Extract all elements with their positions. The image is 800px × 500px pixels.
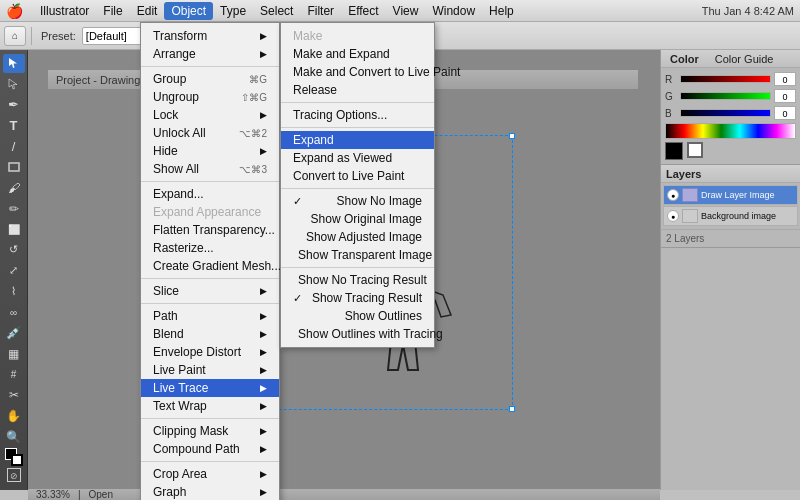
color-guide-tab[interactable]: Color Guide <box>711 52 778 66</box>
menu-blend[interactable]: Blend ▶ <box>141 325 279 343</box>
menu-gradient-mesh[interactable]: Create Gradient Mesh... <box>141 257 279 275</box>
menu-live-trace[interactable]: Live Trace ▶ <box>141 379 279 397</box>
menu-lock[interactable]: Lock ▶ <box>141 106 279 124</box>
menu-rasterize[interactable]: Rasterize... <box>141 239 279 257</box>
none-icon[interactable]: ⊘ <box>7 468 21 482</box>
menu-compound-path[interactable]: Compound Path ▶ <box>141 440 279 458</box>
tool-paintbrush[interactable]: 🖌 <box>3 178 25 197</box>
live-trace-expand-as-viewed[interactable]: Expand as Viewed <box>281 149 434 167</box>
menu-illustrator[interactable]: Illustrator <box>33 2 96 20</box>
menu-help[interactable]: Help <box>482 2 521 20</box>
tool-blend[interactable]: ∞ <box>3 303 25 322</box>
live-trace-expand-selected[interactable]: Expand <box>281 131 434 149</box>
tool-gradient[interactable]: ▦ <box>3 344 25 363</box>
b-slider[interactable] <box>680 109 771 117</box>
text-wrap-arrow: ▶ <box>260 401 267 411</box>
menu-edit[interactable]: Edit <box>130 2 165 20</box>
menu-window[interactable]: Window <box>425 2 482 20</box>
color-panel-titlebar[interactable]: Color Color Guide <box>661 50 800 68</box>
menu-select[interactable]: Select <box>253 2 300 20</box>
tool-type[interactable]: T <box>3 116 25 135</box>
menu-flatten-transparency[interactable]: Flatten Transparency... <box>141 221 279 239</box>
menu-show-all[interactable]: Show All ⌥⌘3 <box>141 160 279 178</box>
tool-direct-select[interactable] <box>3 75 25 94</box>
toolbar-home-btn[interactable]: ⌂ <box>4 26 26 46</box>
tool-hand[interactable]: ✋ <box>3 406 25 425</box>
live-trace-show-tracing-result[interactable]: ✓ Show Tracing Result <box>281 289 434 307</box>
r-value[interactable]: 0 <box>774 72 796 86</box>
stroke-color-swatch[interactable] <box>687 142 703 158</box>
menu-slice[interactable]: Slice ▶ <box>141 282 279 300</box>
tool-eraser[interactable]: ⬜ <box>3 220 25 239</box>
tool-rect[interactable] <box>3 158 25 177</box>
tool-line[interactable]: / <box>3 137 25 156</box>
lt-sep1 <box>281 102 434 103</box>
tool-pen[interactable]: ✒ <box>3 95 25 114</box>
menu-clipping-mask[interactable]: Clipping Mask ▶ <box>141 422 279 440</box>
tool-zoom[interactable]: 🔍 <box>3 427 25 446</box>
menu-envelope-distort[interactable]: Envelope Distort ▶ <box>141 343 279 361</box>
b-value[interactable]: 0 <box>774 106 796 120</box>
menu-transform[interactable]: Transform ▶ <box>141 27 279 45</box>
tool-rotate[interactable]: ↺ <box>3 241 25 260</box>
g-value[interactable]: 0 <box>774 89 796 103</box>
menu-path[interactable]: Path ▶ <box>141 307 279 325</box>
menu-view[interactable]: View <box>386 2 426 20</box>
live-trace-options[interactable]: Tracing Options... <box>281 106 434 124</box>
tool-scissors[interactable]: ✂ <box>3 386 25 405</box>
menu-graph[interactable]: Graph ▶ <box>141 483 279 500</box>
live-trace-show-outlines[interactable]: Show Outlines <box>281 307 434 325</box>
live-trace-show-outlines-with-tracing[interactable]: Show Outlines with Tracing <box>281 325 434 343</box>
layer-eye-draw[interactable]: ● <box>667 189 679 201</box>
live-trace-show-transparent[interactable]: Show Transparent Image <box>281 246 434 264</box>
ungroup-shortcut: ⇧⌘G <box>241 92 267 103</box>
fill-color-swatch[interactable] <box>665 142 683 160</box>
tool-pencil[interactable]: ✏ <box>3 199 25 218</box>
menu-text-wrap[interactable]: Text Wrap ▶ <box>141 397 279 415</box>
color-spectrum[interactable] <box>665 123 796 139</box>
color-row-g: G 0 <box>665 89 796 103</box>
layer-eye-bg[interactable]: ● <box>667 210 679 222</box>
menu-expand[interactable]: Expand... <box>141 185 279 203</box>
g-slider[interactable] <box>680 92 771 100</box>
tool-mesh[interactable]: # <box>3 365 25 384</box>
live-trace-convert-live-paint[interactable]: Convert to Live Paint <box>281 167 434 185</box>
menu-type[interactable]: Type <box>213 2 253 20</box>
apple-menu[interactable]: 🍎 <box>6 3 23 19</box>
live-trace-make-convert[interactable]: Make and Convert to Live Paint <box>281 63 434 81</box>
menu-live-paint[interactable]: Live Paint ▶ <box>141 361 279 379</box>
menu-filter[interactable]: Filter <box>300 2 341 20</box>
layer-row-bg[interactable]: ● Background image <box>663 206 798 226</box>
live-trace-show-no-tracing[interactable]: Show No Tracing Result <box>281 271 434 289</box>
tool-eyedropper[interactable]: 💉 <box>3 324 25 343</box>
menu-ungroup[interactable]: Ungroup ⇧⌘G <box>141 88 279 106</box>
tool-scale[interactable]: ⤢ <box>3 261 25 280</box>
menu-effect[interactable]: Effect <box>341 2 385 20</box>
layers-panel-titlebar[interactable]: Layers <box>661 165 800 183</box>
live-trace-make-expand[interactable]: Make and Expand <box>281 45 434 63</box>
tool-warp[interactable]: ⌇ <box>3 282 25 301</box>
color-tab[interactable]: Color <box>666 52 703 66</box>
layer-row-draw[interactable]: ● Draw Layer Image <box>663 185 798 205</box>
menu-arrange[interactable]: Arrange ▶ <box>141 45 279 63</box>
layer-name-bg: Background image <box>701 211 794 221</box>
right-panel: Color Color Guide R 0 G 0 B 0 <box>660 50 800 490</box>
menu-unlock-all[interactable]: Unlock All ⌥⌘2 <box>141 124 279 142</box>
layers-panel-section: Layers ● Draw Layer Image ● Background i… <box>661 165 800 248</box>
menu-file[interactable]: File <box>96 2 129 20</box>
menu-crop-area[interactable]: Crop Area ▶ <box>141 465 279 483</box>
menu-object[interactable]: Object <box>164 2 213 20</box>
layers-count: 2 Layers <box>661 229 800 247</box>
menu-group[interactable]: Group ⌘G <box>141 70 279 88</box>
live-trace-release[interactable]: Release <box>281 81 434 99</box>
fill-stroke-icon[interactable] <box>5 448 23 466</box>
outer-handle-tr <box>509 133 515 139</box>
tool-select[interactable] <box>3 54 25 73</box>
zoom-level: 33.33% <box>36 489 70 500</box>
r-slider[interactable] <box>680 75 771 83</box>
live-trace-show-original[interactable]: Show Original Image <box>281 210 434 228</box>
live-trace-show-adjusted[interactable]: Show Adjusted Image <box>281 228 434 246</box>
live-trace-show-no-image[interactable]: ✓ Show No Image <box>281 192 434 210</box>
menu-hide[interactable]: Hide ▶ <box>141 142 279 160</box>
sep1 <box>141 66 279 67</box>
